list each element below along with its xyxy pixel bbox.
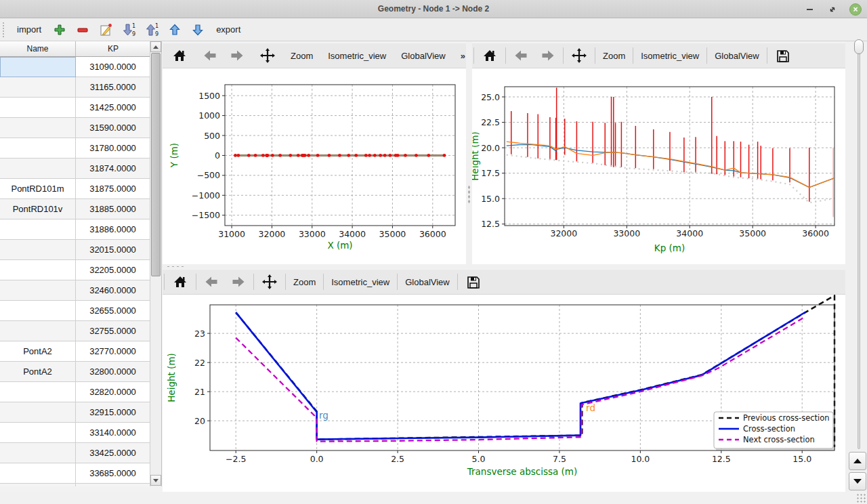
scroll-down-button[interactable]	[150, 475, 161, 486]
toolbar-grip[interactable]	[2, 22, 5, 38]
kp-cell[interactable]: 32755.0000	[76, 321, 150, 341]
name-cell[interactable]: PontA2	[0, 362, 76, 382]
name-cell[interactable]	[0, 219, 76, 240]
name-cell[interactable]	[0, 280, 76, 301]
back-button[interactable]	[507, 45, 534, 66]
kp-cell[interactable]: 32655.0000	[76, 301, 150, 321]
export-button[interactable]: export	[209, 22, 247, 37]
name-cell[interactable]	[0, 301, 76, 321]
isometric-view-button[interactable]: Isometric_view	[635, 45, 705, 66]
tick-labels: 320003300034000350003600012.515.017.520.…	[481, 92, 829, 238]
name-cell[interactable]	[0, 118, 76, 138]
longitudinal-profile-chart[interactable]: 320003300034000350003600012.515.017.520.…	[472, 68, 845, 264]
close-button[interactable]: ×	[849, 3, 862, 16]
name-cell[interactable]	[0, 138, 76, 159]
home-button[interactable]	[165, 45, 194, 66]
name-cell[interactable]: PontRD101m	[0, 179, 76, 199]
save-button[interactable]	[769, 45, 796, 66]
kp-cell[interactable]: 32915.0000	[76, 402, 150, 423]
name-cell[interactable]	[0, 382, 76, 402]
kp-cell[interactable]: 31885.0000	[76, 199, 150, 219]
resize-grip[interactable]	[856, 493, 866, 503]
kp-cell[interactable]: 32800.0000	[76, 362, 150, 382]
forward-button[interactable]	[534, 45, 562, 66]
kp-cell[interactable]: 33140.0000	[76, 423, 150, 443]
panel-up-button[interactable]	[849, 452, 866, 470]
vertical-splitter[interactable]	[466, 41, 472, 264]
move-down-button[interactable]	[188, 21, 208, 39]
isometric-view-button[interactable]: Isometric_view	[325, 272, 396, 292]
kp-cell[interactable]: 31780.0000	[76, 138, 150, 159]
pan-button[interactable]	[565, 45, 593, 66]
cross-section-chart[interactable]: −2.50.02.55.07.510.012.515.020212223Tran…	[163, 295, 845, 492]
kp-cell[interactable]: 32770.0000	[76, 341, 150, 362]
scrollbar-thumb[interactable]	[854, 39, 864, 54]
scrollbar-thumb[interactable]	[151, 53, 161, 276]
vertical-scrollbar[interactable]	[858, 44, 860, 449]
globalview-button[interactable]: GlobalView	[395, 45, 452, 66]
globalview-button[interactable]: GlobalView	[399, 272, 456, 292]
pan-button[interactable]	[253, 45, 282, 66]
name-cell[interactable]	[0, 423, 76, 443]
kp-cell[interactable]: 31886.0000	[76, 219, 150, 240]
kp-cell[interactable]: 31090.0000	[76, 57, 150, 77]
kp-cell[interactable]: 31590.0000	[76, 118, 150, 138]
kp-cell[interactable]	[76, 484, 150, 486]
table-scrollbar[interactable]	[150, 41, 161, 486]
name-cell[interactable]: PontA2	[0, 341, 76, 362]
kp-cell[interactable]: 32015.0000	[76, 240, 150, 260]
column-header-kp[interactable]: KP	[76, 41, 150, 56]
zoom-button[interactable]: Zoom	[284, 45, 319, 66]
name-cell[interactable]	[0, 57, 76, 77]
plan-view-chart[interactable]: 310003200033000340003500036000−1500−1000…	[163, 68, 466, 264]
kp-cell[interactable]: 31875.0000	[76, 179, 150, 199]
kp-cell[interactable]: 31425.0000	[76, 98, 150, 118]
horizontal-splitter[interactable]	[162, 264, 845, 269]
minimize-button[interactable]	[803, 3, 816, 16]
sort-descending-button[interactable]: 1 9	[119, 21, 139, 39]
scroll-up-button[interactable]	[150, 41, 161, 52]
forward-button[interactable]	[225, 272, 252, 292]
kp-cell[interactable]: 33685.0000	[76, 463, 150, 484]
column-header-name[interactable]: Name	[0, 41, 76, 56]
edit-button[interactable]	[96, 21, 116, 39]
kp-cell[interactable]: 31165.0000	[76, 77, 150, 98]
edit-icon	[98, 22, 113, 37]
table-row: 31165.0000	[0, 77, 161, 98]
name-cell[interactable]	[0, 159, 76, 179]
name-cell[interactable]: PontRD101v	[0, 199, 76, 219]
name-cell[interactable]	[0, 484, 76, 486]
isometric-view-button[interactable]: Isometric_view	[322, 45, 392, 66]
remove-button[interactable]	[72, 21, 93, 39]
kp-cell[interactable]: 32205.0000	[76, 260, 150, 280]
zoom-button[interactable]: Zoom	[287, 272, 322, 292]
zoom-button[interactable]: Zoom	[597, 45, 631, 66]
add-button[interactable]	[49, 21, 70, 39]
move-up-button[interactable]	[165, 21, 185, 39]
name-cell[interactable]	[0, 402, 76, 423]
kp-cell[interactable]: 32820.0000	[76, 382, 150, 402]
name-cell[interactable]	[0, 240, 76, 260]
home-button[interactable]	[166, 272, 194, 292]
forward-button[interactable]	[224, 45, 251, 66]
back-button[interactable]	[198, 272, 225, 292]
panel-down-button[interactable]	[849, 472, 866, 490]
name-cell[interactable]	[0, 463, 76, 484]
plan-plot-toolbar: Zoom Isometric_view GlobalView »	[163, 43, 466, 68]
pan-button[interactable]	[255, 272, 284, 292]
name-cell[interactable]	[0, 443, 76, 463]
globalview-button[interactable]: GlobalView	[709, 45, 765, 66]
save-button[interactable]	[459, 272, 486, 292]
name-cell[interactable]	[0, 321, 76, 341]
home-button[interactable]	[475, 45, 504, 66]
name-cell[interactable]	[0, 98, 76, 118]
maximize-button[interactable]	[826, 3, 839, 16]
name-cell[interactable]	[0, 260, 76, 280]
kp-cell[interactable]: 32460.0000	[76, 280, 150, 301]
kp-cell[interactable]: 33425.0000	[76, 443, 150, 463]
sort-ascending-button[interactable]: 1 9	[142, 21, 162, 39]
name-cell[interactable]	[0, 77, 76, 98]
back-button[interactable]	[196, 45, 224, 66]
kp-cell[interactable]: 31874.0000	[76, 159, 150, 179]
import-button[interactable]: import	[10, 22, 48, 37]
